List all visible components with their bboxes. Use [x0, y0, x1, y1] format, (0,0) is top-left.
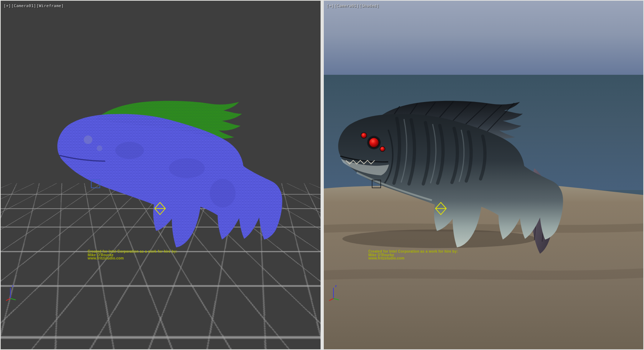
axis-y-line: [10, 298, 16, 300]
viewport-label: [+][Camera01][Shaded]: [327, 4, 380, 8]
camera-label[interactable]: [Camera01]: [334, 4, 359, 8]
ground: [324, 183, 644, 349]
fish-eye-small[interactable]: [361, 132, 367, 138]
fish-eye[interactable]: [369, 137, 379, 147]
wireframe-scene: [1, 1, 321, 349]
axis-z-label: z: [335, 284, 337, 288]
shaded-scene: [324, 1, 644, 349]
axis-z-label: z: [12, 284, 14, 288]
fish-eye-small[interactable]: [380, 146, 385, 151]
mesh-density-blotch: [210, 179, 235, 208]
viewport-menu-icon[interactable]: [+]: [4, 4, 11, 8]
ground-ripple: [324, 273, 644, 275]
dual-viewport-stage: [+][Camera01][Wireframe]: [0, 0, 644, 350]
shading-mode-label[interactable]: [Shaded]: [360, 4, 379, 8]
viewport-shaded[interactable]: [+][Camera01][Shaded]: [324, 1, 644, 349]
camera-label[interactable]: [Camera01]: [11, 4, 36, 8]
axis-y-line: [333, 298, 339, 300]
credit-text: Created for Intel Corporation as a work …: [88, 250, 177, 260]
ground-ripple: [324, 227, 644, 229]
fish-eye: [84, 135, 92, 144]
viewport-wireframe[interactable]: [+][Camera01][Wireframe]: [1, 1, 321, 349]
world-axis-gizmo: z: [328, 283, 345, 301]
axis-x-line: [329, 298, 333, 301]
axis-x-line: [6, 298, 10, 301]
credit-line: www.fritzstudio.com: [369, 257, 458, 260]
fish-eye-small: [97, 145, 102, 151]
credit-text: Created for Intel Corporation as a work …: [369, 250, 458, 260]
shading-mode-label[interactable]: [Wireframe]: [36, 4, 64, 8]
credit-line: www.fritzstudio.com: [88, 257, 177, 260]
world-axis-gizmo: z: [5, 283, 21, 301]
mesh-density-blotch: [169, 158, 205, 178]
mesh-density-blotch: [115, 142, 144, 159]
fish-model[interactable]: [57, 101, 282, 247]
viewport-label: [+][Camera01][Wireframe]: [4, 4, 64, 8]
viewport-menu-icon[interactable]: [+]: [327, 4, 334, 8]
